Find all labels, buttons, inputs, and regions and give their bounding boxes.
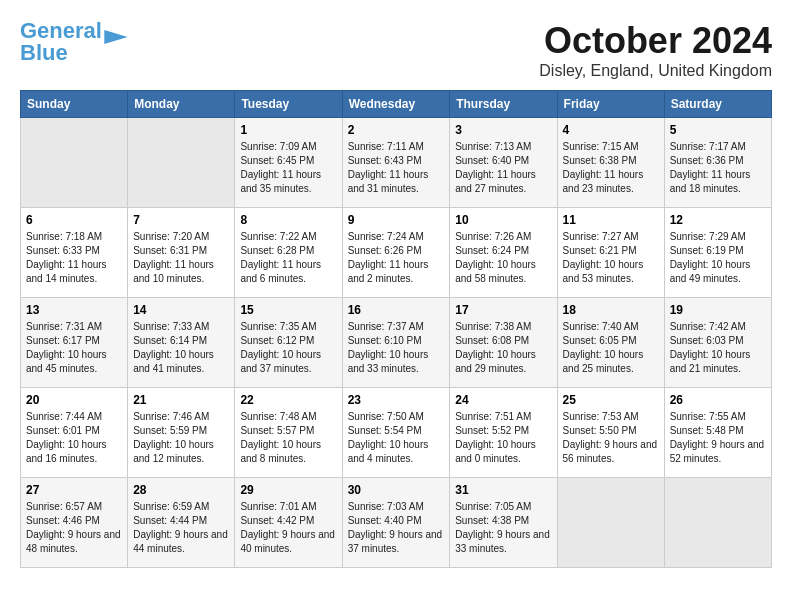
day-number: 2 [348,123,445,137]
day-number: 24 [455,393,551,407]
calendar-cell: 1Sunrise: 7:09 AMSunset: 6:45 PMDaylight… [235,118,342,208]
logo-text: GeneralBlue [20,20,102,64]
calendar-cell: 2Sunrise: 7:11 AMSunset: 6:43 PMDaylight… [342,118,450,208]
title-block: October 2024 Disley, England, United Kin… [539,20,772,80]
day-number: 17 [455,303,551,317]
calendar-cell: 7Sunrise: 7:20 AMSunset: 6:31 PMDaylight… [128,208,235,298]
day-number: 20 [26,393,122,407]
calendar-cell: 8Sunrise: 7:22 AMSunset: 6:28 PMDaylight… [235,208,342,298]
day-info: Sunrise: 7:53 AMSunset: 5:50 PMDaylight:… [563,410,659,466]
day-info: Sunrise: 7:42 AMSunset: 6:03 PMDaylight:… [670,320,766,376]
col-header-sunday: Sunday [21,91,128,118]
day-info: Sunrise: 7:33 AMSunset: 6:14 PMDaylight:… [133,320,229,376]
col-header-tuesday: Tuesday [235,91,342,118]
day-number: 22 [240,393,336,407]
calendar-cell: 3Sunrise: 7:13 AMSunset: 6:40 PMDaylight… [450,118,557,208]
day-number: 10 [455,213,551,227]
day-number: 28 [133,483,229,497]
calendar-cell: 11Sunrise: 7:27 AMSunset: 6:21 PMDayligh… [557,208,664,298]
day-number: 3 [455,123,551,137]
calendar-cell: 17Sunrise: 7:38 AMSunset: 6:08 PMDayligh… [450,298,557,388]
day-info: Sunrise: 7:50 AMSunset: 5:54 PMDaylight:… [348,410,445,466]
day-number: 13 [26,303,122,317]
day-number: 23 [348,393,445,407]
day-info: Sunrise: 7:18 AMSunset: 6:33 PMDaylight:… [26,230,122,286]
day-info: Sunrise: 7:17 AMSunset: 6:36 PMDaylight:… [670,140,766,196]
calendar-cell: 25Sunrise: 7:53 AMSunset: 5:50 PMDayligh… [557,388,664,478]
day-info: Sunrise: 7:26 AMSunset: 6:24 PMDaylight:… [455,230,551,286]
day-info: Sunrise: 7:37 AMSunset: 6:10 PMDaylight:… [348,320,445,376]
day-number: 25 [563,393,659,407]
calendar-cell: 22Sunrise: 7:48 AMSunset: 5:57 PMDayligh… [235,388,342,478]
calendar-cell: 12Sunrise: 7:29 AMSunset: 6:19 PMDayligh… [664,208,771,298]
col-header-saturday: Saturday [664,91,771,118]
calendar-cell [664,478,771,568]
logo: GeneralBlue [20,20,128,64]
day-number: 8 [240,213,336,227]
calendar-cell: 14Sunrise: 7:33 AMSunset: 6:14 PMDayligh… [128,298,235,388]
day-info: Sunrise: 7:22 AMSunset: 6:28 PMDaylight:… [240,230,336,286]
day-number: 12 [670,213,766,227]
day-info: Sunrise: 6:57 AMSunset: 4:46 PMDaylight:… [26,500,122,556]
calendar-cell: 6Sunrise: 7:18 AMSunset: 6:33 PMDaylight… [21,208,128,298]
day-info: Sunrise: 7:44 AMSunset: 6:01 PMDaylight:… [26,410,122,466]
col-header-monday: Monday [128,91,235,118]
day-number: 11 [563,213,659,227]
page-header: GeneralBlue October 2024 Disley, England… [20,20,772,80]
col-header-wednesday: Wednesday [342,91,450,118]
day-info: Sunrise: 7:05 AMSunset: 4:38 PMDaylight:… [455,500,551,556]
calendar-cell: 24Sunrise: 7:51 AMSunset: 5:52 PMDayligh… [450,388,557,478]
day-info: Sunrise: 7:20 AMSunset: 6:31 PMDaylight:… [133,230,229,286]
calendar-cell: 20Sunrise: 7:44 AMSunset: 6:01 PMDayligh… [21,388,128,478]
col-header-friday: Friday [557,91,664,118]
calendar-cell: 10Sunrise: 7:26 AMSunset: 6:24 PMDayligh… [450,208,557,298]
calendar-cell: 18Sunrise: 7:40 AMSunset: 6:05 PMDayligh… [557,298,664,388]
calendar-cell: 4Sunrise: 7:15 AMSunset: 6:38 PMDaylight… [557,118,664,208]
day-number: 14 [133,303,229,317]
day-number: 31 [455,483,551,497]
day-number: 21 [133,393,229,407]
calendar-cell: 5Sunrise: 7:17 AMSunset: 6:36 PMDaylight… [664,118,771,208]
calendar-cell [557,478,664,568]
day-number: 1 [240,123,336,137]
calendar-cell: 27Sunrise: 6:57 AMSunset: 4:46 PMDayligh… [21,478,128,568]
day-info: Sunrise: 6:59 AMSunset: 4:44 PMDaylight:… [133,500,229,556]
calendar-cell [128,118,235,208]
svg-marker-0 [104,30,127,44]
calendar-cell: 26Sunrise: 7:55 AMSunset: 5:48 PMDayligh… [664,388,771,478]
day-info: Sunrise: 7:38 AMSunset: 6:08 PMDaylight:… [455,320,551,376]
calendar-cell: 31Sunrise: 7:05 AMSunset: 4:38 PMDayligh… [450,478,557,568]
day-number: 26 [670,393,766,407]
day-number: 7 [133,213,229,227]
col-header-thursday: Thursday [450,91,557,118]
day-number: 29 [240,483,336,497]
day-info: Sunrise: 7:35 AMSunset: 6:12 PMDaylight:… [240,320,336,376]
day-number: 19 [670,303,766,317]
day-info: Sunrise: 7:48 AMSunset: 5:57 PMDaylight:… [240,410,336,466]
day-info: Sunrise: 7:15 AMSunset: 6:38 PMDaylight:… [563,140,659,196]
day-info: Sunrise: 7:51 AMSunset: 5:52 PMDaylight:… [455,410,551,466]
day-info: Sunrise: 7:09 AMSunset: 6:45 PMDaylight:… [240,140,336,196]
day-number: 27 [26,483,122,497]
calendar-cell: 21Sunrise: 7:46 AMSunset: 5:59 PMDayligh… [128,388,235,478]
calendar-cell: 23Sunrise: 7:50 AMSunset: 5:54 PMDayligh… [342,388,450,478]
day-number: 15 [240,303,336,317]
day-info: Sunrise: 7:27 AMSunset: 6:21 PMDaylight:… [563,230,659,286]
day-info: Sunrise: 7:13 AMSunset: 6:40 PMDaylight:… [455,140,551,196]
calendar-cell: 19Sunrise: 7:42 AMSunset: 6:03 PMDayligh… [664,298,771,388]
day-number: 16 [348,303,445,317]
calendar-cell [21,118,128,208]
day-number: 6 [26,213,122,227]
month-title: October 2024 [539,20,772,62]
calendar-cell: 30Sunrise: 7:03 AMSunset: 4:40 PMDayligh… [342,478,450,568]
day-number: 30 [348,483,445,497]
day-info: Sunrise: 7:03 AMSunset: 4:40 PMDaylight:… [348,500,445,556]
day-info: Sunrise: 7:46 AMSunset: 5:59 PMDaylight:… [133,410,229,466]
day-info: Sunrise: 7:11 AMSunset: 6:43 PMDaylight:… [348,140,445,196]
day-info: Sunrise: 7:29 AMSunset: 6:19 PMDaylight:… [670,230,766,286]
day-info: Sunrise: 7:01 AMSunset: 4:42 PMDaylight:… [240,500,336,556]
calendar-cell: 16Sunrise: 7:37 AMSunset: 6:10 PMDayligh… [342,298,450,388]
day-number: 4 [563,123,659,137]
day-info: Sunrise: 7:55 AMSunset: 5:48 PMDaylight:… [670,410,766,466]
calendar-cell: 15Sunrise: 7:35 AMSunset: 6:12 PMDayligh… [235,298,342,388]
